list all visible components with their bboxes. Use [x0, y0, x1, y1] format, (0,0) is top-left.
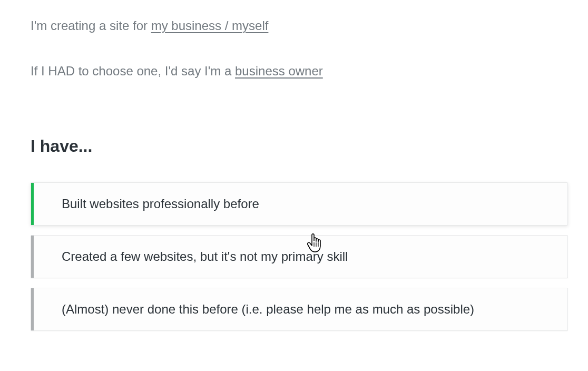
option-label: (Almost) never done this before (i.e. pl… — [62, 302, 474, 316]
option-label: Built websites professionally before — [62, 197, 259, 211]
option-built-professionally[interactable]: Built websites professionally before — [31, 182, 568, 226]
option-never-done[interactable]: (Almost) never done this before (i.e. pl… — [31, 288, 568, 331]
option-stripe — [31, 183, 34, 225]
option-label: Created a few websites, but it's not my … — [62, 249, 348, 263]
statement-creating-for-value[interactable]: my business / myself — [151, 18, 269, 33]
statement-creating-for: I'm creating a site for my business / my… — [31, 18, 557, 33]
option-created-few[interactable]: Created a few websites, but it's not my … — [31, 235, 568, 278]
option-stripe — [31, 236, 34, 278]
statement-prefix: I'm creating a site for — [31, 18, 151, 33]
statement-role-value[interactable]: business owner — [235, 64, 323, 78]
question-experience: I have... — [31, 136, 557, 156]
option-stripe — [31, 288, 34, 330]
statement-prefix: If I HAD to choose one, I'd say I'm a — [31, 64, 235, 78]
statement-role: If I HAD to choose one, I'd say I'm a bu… — [31, 64, 557, 79]
